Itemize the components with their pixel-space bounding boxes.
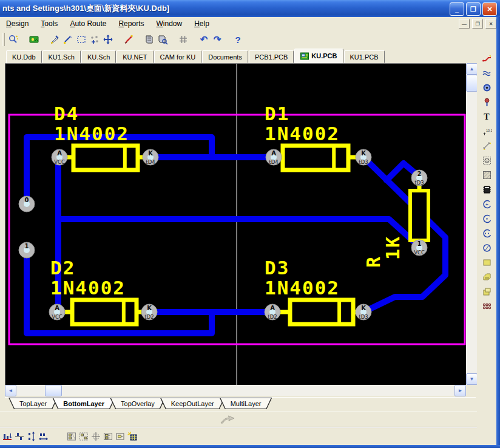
pad-designator[interactable]: A [271,150,276,157]
pad-net-label[interactable]: tD4 [146,159,155,165]
interactive-route-icon[interactable] [481,53,493,64]
document-tab-pcb1-pcb[interactable]: PCB1.PCB [249,50,294,63]
diode-body-d2[interactable] [72,300,137,324]
title-bar[interactable]: nts and Settings\h301\桌面\新資料夾\KU.Ddb] _❐… [0,0,500,17]
vertical-scrollbar[interactable]: ▲ ▼ [466,63,477,385]
pad-designator[interactable]: 1 [25,243,29,249]
space-horizontal-icon[interactable] [38,430,50,443]
scroll-left-button[interactable]: ◄ [5,385,16,396]
align-bottom-icon[interactable] [1,430,13,443]
pad-net-label[interactable]: VCC [52,314,62,320]
pad-designator[interactable]: K [148,150,154,157]
pad-designator[interactable]: A [55,305,59,311]
horizontal-scroll-thumb[interactable] [45,385,62,396]
pad-icon[interactable] [481,97,493,107]
pad-designator[interactable]: 0 [25,197,29,203]
scroll-up-button[interactable]: ▲ [466,63,478,75]
knife-icon[interactable] [48,33,61,46]
mdi-restore-button[interactable]: ❐ [472,19,483,29]
wand-icon[interactable] [122,33,135,46]
mdi-minimize-button[interactable]: — [459,19,470,29]
arc-center-icon[interactable] [481,214,493,224]
pad-net-label[interactable]: VCC [414,249,425,256]
undo-icon[interactable]: ↶ [197,33,211,46]
redo-icon[interactable]: ↷ [211,33,224,46]
library-browse-icon[interactable] [156,33,169,46]
diode-body-d4[interactable] [73,146,138,170]
pad-net-label[interactable]: VCC [54,159,65,165]
layer-tab-keepoutlayer[interactable]: KeepOutLayer [160,398,225,409]
layer-tab-multilayer[interactable]: MultiLayer [220,398,272,409]
library-icon[interactable] [143,33,156,46]
fill-icon[interactable] [481,257,493,268]
shove-grid-icon[interactable] [90,430,102,443]
coordinate-icon[interactable]: 10,10 [481,126,493,137]
minimize-button[interactable]: _ [450,2,464,16]
menu-window[interactable]: Window [150,18,188,29]
document-tab-ku-ddb[interactable]: KU.Ddb [6,50,42,63]
mdi-close-button[interactable]: ✕ [485,19,496,29]
silkscreen-label[interactable]: 1N4002 [50,277,126,299]
menu-reports[interactable]: Reports [112,18,150,29]
room-icon[interactable] [481,155,493,166]
layer-tab-bottomlayer[interactable]: BottomLayer [52,398,115,409]
menu-auto-route[interactable]: Auto Route [64,18,112,29]
line-icon[interactable] [61,33,75,46]
vertical-scroll-thumb[interactable] [466,75,478,92]
move-pads-icon[interactable] [88,33,101,46]
scroll-right-button[interactable]: ► [454,385,466,396]
full-circle-icon[interactable] [481,243,493,253]
string-icon[interactable]: T [481,112,493,122]
pad-net-label[interactable]: tD3 [414,180,424,186]
grid-icon[interactable] [177,33,190,46]
document-tab-documents[interactable]: Documents [202,50,248,63]
silkscreen-label[interactable]: 1N4002 [265,123,340,144]
document-tab-ku1-pcb[interactable]: KU1.PCB [344,50,385,63]
layer-tab-toplayer[interactable]: TopLayer [8,398,58,409]
pad-designator[interactable]: A [270,305,275,311]
document-tab-ku-sch[interactable]: KU.Sch [81,50,116,63]
diode-body-d1[interactable] [283,146,348,170]
move-component-icon[interactable] [114,430,126,443]
via-icon[interactable] [481,83,493,93]
pad-designator[interactable]: 2 [417,171,422,177]
document-tab-ku-net[interactable]: KU.NET [117,50,153,63]
pad-net-label[interactable]: tD3 [359,159,368,165]
crosshair-icon[interactable] [101,33,115,46]
menu-help[interactable]: Help [188,18,215,29]
silkscreen-label[interactable]: 1N4002 [54,123,129,144]
silkscreen-label[interactable]: R [363,256,384,268]
room-components-icon[interactable] [102,430,114,443]
polygon-plane-icon[interactable] [481,170,493,180]
horizontal-scrollbar[interactable]: ◄ ► [5,385,466,396]
pad-net-label[interactable]: tD4 [269,159,278,165]
scroll-down-button[interactable]: ▼ [466,373,478,385]
resistor-body-r[interactable] [410,191,428,240]
layer-tab-topoverlay[interactable]: TopOverlay [110,398,166,409]
space-vertical-icon[interactable] [25,430,38,443]
silkscreen-label[interactable]: D1 [265,103,289,124]
pad-designator[interactable]: K [361,150,367,157]
pad-designator[interactable]: K [361,305,367,311]
menu-tools[interactable]: Tools [35,18,64,29]
document-tab-ku-pcb[interactable]: KU.PCB [294,49,343,63]
arc-any-icon[interactable] [481,228,493,239]
component-icon[interactable] [481,185,493,195]
silkscreen-label[interactable]: D3 [265,257,289,279]
pad-net-label[interactable]: tD2 [144,314,154,320]
pad-designator[interactable]: K [147,305,152,311]
pcb-canvas[interactable]: 01AVCCKtD4AtD4KtD3AVCCKtD2AtD2KtD32tD31V… [5,63,467,385]
multi-line-icon[interactable] [481,68,493,78]
close-button[interactable]: ✕ [482,2,497,16]
pad-net-label[interactable]: tD3 [359,314,368,320]
pad-designator[interactable]: 1 [417,240,422,247]
pad-designator[interactable]: A [57,150,62,157]
arrange-in-room-icon[interactable] [66,430,78,443]
silkscreen-label[interactable]: 1K [382,236,404,260]
image-browse-icon[interactable] [27,33,41,46]
arc-edge-icon[interactable] [481,199,493,209]
zoom-icon[interactable] [7,33,20,46]
dimension-icon[interactable] [481,141,493,151]
align-middle-icon[interactable] [13,430,25,443]
paste-array-icon[interactable] [481,287,493,297]
